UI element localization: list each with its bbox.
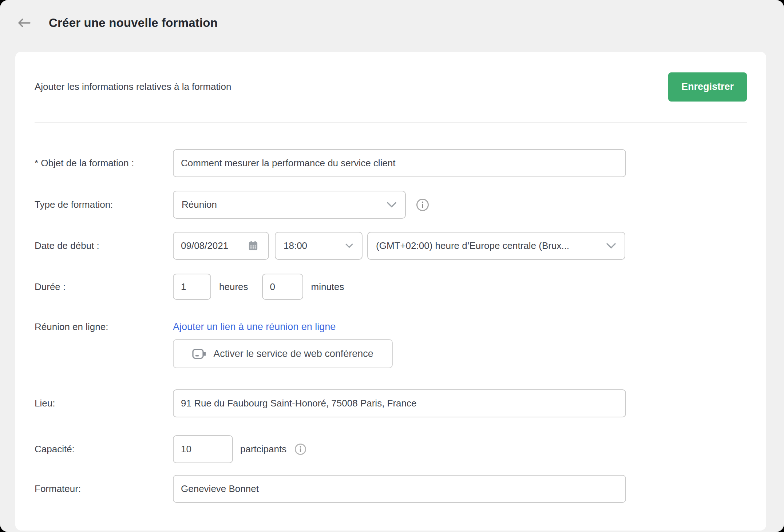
- form-card: Ajouter les informations relatives à la …: [15, 52, 766, 531]
- type-select[interactable]: Réunion: [173, 191, 406, 219]
- lieu-label: Lieu:: [35, 398, 173, 409]
- row-type: Type de formation: Réunion: [35, 191, 747, 219]
- chevron-down-icon: [606, 243, 616, 249]
- info-icon[interactable]: [294, 443, 306, 455]
- row-objet: * Objet de la formation :: [35, 149, 747, 177]
- timezone-select-value: (GMT+02:00) heure d’Europe centrale (Bru…: [376, 240, 569, 251]
- enable-webconference-label: Activer le service de web conférence: [213, 348, 373, 360]
- date-value: 09/08/2021: [181, 240, 228, 251]
- row-reunion: Réunion en ligne: Ajouter un lien à une …: [35, 319, 747, 368]
- duree-minutes-unit: minutes: [311, 281, 344, 293]
- capacite-unit: partcipants: [240, 444, 286, 455]
- time-select-value: 18:00: [284, 240, 307, 251]
- date-label: Date de début :: [35, 240, 173, 251]
- objet-label: * Objet de la formation :: [35, 158, 173, 169]
- card-header: Ajouter les informations relatives à la …: [35, 52, 747, 123]
- arrow-left-icon: [17, 17, 31, 28]
- capacite-input[interactable]: [173, 435, 233, 463]
- capacite-label: Capacité:: [35, 444, 173, 455]
- chevron-down-icon: [345, 243, 353, 248]
- row-lieu: Lieu:: [35, 389, 747, 417]
- add-meeting-link[interactable]: Ajouter un lien à une réunion en ligne: [173, 319, 393, 334]
- row-capacite: Capacité: partcipants: [35, 435, 747, 463]
- video-camera-icon: [192, 348, 207, 360]
- row-date: Date de début : 09/08/2021: [35, 232, 747, 260]
- row-duree: Durée : heures minutes: [35, 274, 747, 300]
- type-info-wrap: [416, 198, 429, 211]
- date-input[interactable]: 09/08/2021: [173, 232, 269, 260]
- formateur-label: Formateur:: [35, 483, 173, 495]
- duree-hours-unit: heures: [219, 281, 248, 293]
- row-formateur: Formateur:: [35, 475, 747, 503]
- page-title: Créer une nouvelle formation: [49, 16, 218, 30]
- lieu-input[interactable]: [173, 389, 626, 417]
- timezone-select[interactable]: (GMT+02:00) heure d’Europe centrale (Bru…: [367, 232, 625, 260]
- duree-minutes-input[interactable]: [262, 274, 303, 300]
- formateur-input[interactable]: [173, 475, 626, 503]
- app-window: Créer une nouvelle formation Ajouter les…: [0, 0, 784, 532]
- type-select-value: Réunion: [182, 199, 217, 210]
- capacite-info-wrap: [294, 443, 306, 455]
- card-subtitle: Ajouter les informations relatives à la …: [35, 81, 231, 92]
- type-label: Type de formation:: [35, 199, 173, 210]
- back-button[interactable]: [16, 16, 32, 29]
- enable-webconference-button[interactable]: Activer le service de web conférence: [173, 339, 393, 368]
- save-button[interactable]: Enregistrer: [668, 72, 747, 102]
- calendar-icon[interactable]: [248, 240, 259, 251]
- duree-label: Durée :: [35, 281, 173, 293]
- training-form: * Objet de la formation : Type de format…: [35, 123, 747, 503]
- info-icon[interactable]: [416, 198, 429, 211]
- reunion-controls: Ajouter un lien à une réunion en ligne A…: [173, 319, 393, 368]
- reunion-label: Réunion en ligne:: [35, 319, 173, 334]
- duree-hours-input[interactable]: [173, 274, 211, 300]
- objet-input[interactable]: [173, 149, 626, 177]
- chevron-down-icon: [387, 202, 396, 208]
- page-header: Créer une nouvelle formation: [0, 0, 784, 30]
- time-select[interactable]: 18:00: [275, 232, 363, 260]
